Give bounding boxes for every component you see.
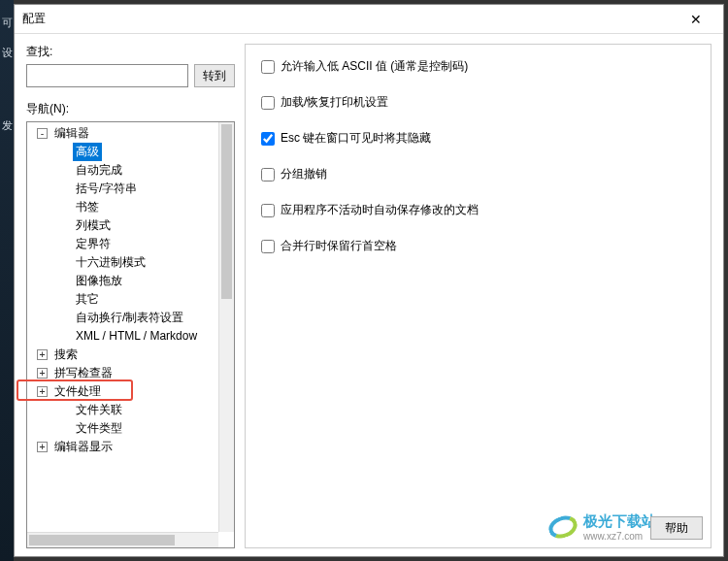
tree-item-label: 高级 bbox=[73, 143, 102, 161]
tree-item-label: 搜索 bbox=[51, 346, 81, 364]
left-panel: 查找: 转到 导航(N): -编辑器 高级 自动完成 括号/字符串 书签 列模式… bbox=[26, 44, 235, 548]
tree-leaf-icon bbox=[58, 165, 69, 176]
tree-item-label: 列模式 bbox=[73, 216, 114, 235]
tree-wrap-tabs[interactable]: 自动换行/制表符设置 bbox=[27, 309, 218, 327]
tree-item-label: 十六进制模式 bbox=[73, 253, 149, 272]
checkbox[interactable] bbox=[261, 132, 275, 146]
close-button[interactable]: ✕ bbox=[677, 6, 715, 33]
option-label: 合并行时保留行首空格 bbox=[281, 238, 397, 254]
search-label: 查找: bbox=[26, 44, 235, 60]
bg-char: 可 bbox=[0, 16, 14, 30]
tree-editor[interactable]: -编辑器 bbox=[27, 124, 218, 143]
tree-item-label: 其它 bbox=[73, 290, 102, 309]
titlebar: 配置 ✕ bbox=[15, 5, 723, 34]
nav-label: 导航(N): bbox=[26, 101, 235, 117]
checkbox[interactable] bbox=[261, 168, 275, 182]
collapse-icon[interactable]: - bbox=[37, 128, 48, 139]
option-label: Esc 键在窗口可见时将其隐藏 bbox=[281, 130, 431, 147]
dialog-body: 查找: 转到 导航(N): -编辑器 高级 自动完成 括号/字符串 书签 列模式… bbox=[15, 34, 723, 556]
tree-file-types[interactable]: 文件类型 bbox=[27, 419, 218, 438]
opt-esc-hide[interactable]: Esc 键在窗口可见时将其隐藏 bbox=[261, 130, 695, 147]
tree-search[interactable]: +搜索 bbox=[27, 346, 218, 364]
option-label: 应用程序不活动时自动保存修改的文档 bbox=[281, 202, 479, 218]
scrollbar-thumb[interactable] bbox=[29, 535, 175, 545]
tree-hex-mode[interactable]: 十六进制模式 bbox=[27, 253, 218, 272]
tree-other[interactable]: 其它 bbox=[27, 290, 218, 309]
tree-item-label: 定界符 bbox=[73, 235, 114, 253]
search-input[interactable] bbox=[26, 64, 188, 87]
tree-item-label: 文件处理 bbox=[51, 382, 104, 401]
tree-item-label: 文件类型 bbox=[73, 419, 125, 438]
opt-load-printer[interactable]: 加载/恢复打印机设置 bbox=[261, 94, 695, 111]
tree-leaf-icon bbox=[58, 405, 69, 415]
opt-autosave-inactive[interactable]: 应用程序不活动时自动保存修改的文档 bbox=[261, 202, 695, 218]
nav-tree-container: -编辑器 高级 自动完成 括号/字符串 书签 列模式 定界符 十六进制模式 图像… bbox=[26, 121, 235, 548]
tree-item-label: 文件关联 bbox=[73, 401, 125, 419]
opt-group-undo[interactable]: 分组撤销 bbox=[261, 166, 695, 182]
tree-leaf-icon bbox=[58, 313, 69, 323]
bg-char: 设 bbox=[0, 46, 14, 60]
tree-leaf-icon bbox=[58, 183, 69, 194]
tree-xml-html-md[interactable]: XML / HTML / Markdow bbox=[27, 327, 218, 346]
tree-item-label: 书签 bbox=[73, 198, 102, 216]
options-list: 允许输入低 ASCII 值 (通常是控制码)加载/恢复打印机设置Esc 键在窗口… bbox=[261, 58, 695, 274]
expand-icon[interactable]: + bbox=[37, 442, 48, 452]
tree-spellcheck[interactable]: +拼写检查器 bbox=[27, 364, 218, 382]
tree-item-label: XML / HTML / Markdow bbox=[73, 327, 200, 346]
goto-button[interactable]: 转到 bbox=[194, 64, 235, 87]
expand-icon[interactable]: + bbox=[37, 368, 48, 379]
checkbox[interactable] bbox=[261, 96, 275, 110]
option-label: 允许输入低 ASCII 值 (通常是控制码) bbox=[281, 58, 468, 75]
tree-item-label: 拼写检查器 bbox=[51, 364, 116, 382]
opt-allow-low-ascii[interactable]: 允许输入低 ASCII 值 (通常是控制码) bbox=[261, 58, 695, 75]
tree-bookmarks[interactable]: 书签 bbox=[27, 198, 218, 216]
tree-column-mode[interactable]: 列模式 bbox=[27, 216, 218, 235]
tree-item-label: 编辑器显示 bbox=[51, 438, 116, 456]
checkbox[interactable] bbox=[261, 204, 275, 217]
right-panel: 允许输入低 ASCII 值 (通常是控制码)加载/恢复打印机设置Esc 键在窗口… bbox=[245, 44, 711, 548]
config-dialog: 配置 ✕ 查找: 转到 导航(N): -编辑器 高级 自动完成 括号/字符串 书… bbox=[14, 4, 724, 557]
expand-icon[interactable]: + bbox=[37, 349, 48, 360]
tree-leaf-icon bbox=[58, 276, 69, 286]
tree-leaf-icon bbox=[58, 257, 69, 268]
watermark-url: www.xz7.com bbox=[583, 531, 656, 542]
tree-leaf-icon bbox=[58, 220, 69, 231]
background-left-strip: 可 设 发 bbox=[0, 0, 14, 561]
tree-item-label: 编辑器 bbox=[51, 124, 92, 143]
watermark-logo-icon bbox=[548, 516, 578, 538]
tree-leaf-icon bbox=[58, 294, 69, 305]
option-label: 加载/恢复打印机设置 bbox=[281, 94, 388, 111]
scrollbar-thumb[interactable] bbox=[221, 124, 232, 299]
tree-item-label: 图像拖放 bbox=[73, 272, 125, 290]
tree-scrollbar-vertical[interactable] bbox=[218, 122, 234, 532]
tree-scrollbar-horizontal[interactable] bbox=[27, 532, 218, 547]
tree-autocomplete[interactable]: 自动完成 bbox=[27, 161, 218, 180]
tree-leaf-icon bbox=[58, 423, 69, 434]
watermark: 极光下载站 www.xz7.com bbox=[548, 512, 656, 542]
opt-keep-leading-space[interactable]: 合并行时保留行首空格 bbox=[261, 238, 695, 254]
tree-brackets-strings[interactable]: 括号/字符串 bbox=[27, 180, 218, 198]
option-label: 分组撤销 bbox=[281, 166, 327, 182]
tree-delimiters[interactable]: 定界符 bbox=[27, 235, 218, 253]
dialog-title: 配置 bbox=[22, 11, 677, 27]
bg-char: 发 bbox=[0, 118, 14, 133]
checkbox[interactable] bbox=[261, 60, 275, 74]
tree-item-label: 自动换行/制表符设置 bbox=[73, 309, 186, 327]
tree-leaf-icon bbox=[58, 202, 69, 213]
tree-advanced[interactable]: 高级 bbox=[27, 143, 218, 161]
tree-image-drag[interactable]: 图像拖放 bbox=[27, 272, 218, 290]
help-button[interactable]: 帮助 bbox=[650, 516, 703, 540]
nav-tree[interactable]: -编辑器 高级 自动完成 括号/字符串 书签 列模式 定界符 十六进制模式 图像… bbox=[27, 122, 218, 532]
watermark-text: 极光下载站 bbox=[583, 512, 656, 531]
tree-file-handling[interactable]: +文件处理 bbox=[27, 382, 218, 401]
tree-editor-display[interactable]: +编辑器显示 bbox=[27, 438, 218, 456]
tree-leaf-icon bbox=[58, 239, 69, 249]
checkbox[interactable] bbox=[261, 240, 275, 253]
tree-leaf-icon bbox=[58, 331, 69, 342]
expand-icon[interactable]: + bbox=[37, 386, 48, 397]
tree-item-label: 括号/字符串 bbox=[73, 180, 140, 198]
tree-leaf-icon bbox=[58, 147, 69, 157]
tree-item-label: 自动完成 bbox=[73, 161, 125, 180]
tree-file-assoc[interactable]: 文件关联 bbox=[27, 401, 218, 419]
